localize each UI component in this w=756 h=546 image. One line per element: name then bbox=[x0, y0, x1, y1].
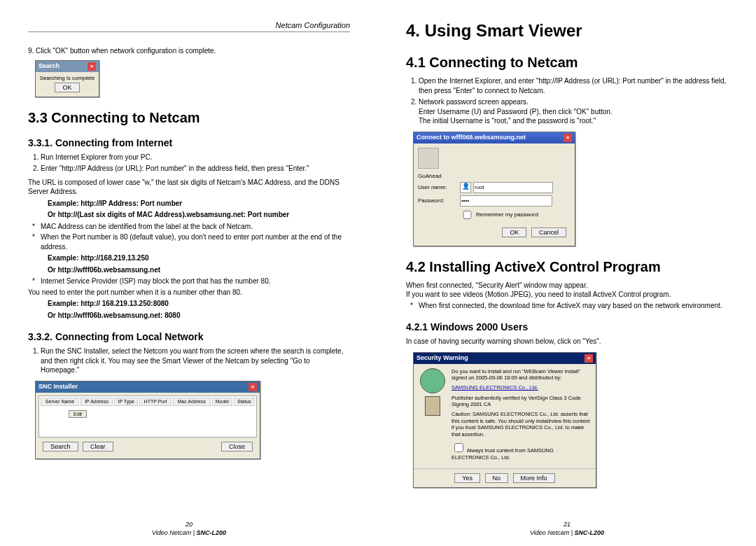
globe-icon bbox=[420, 368, 445, 393]
close-icon[interactable]: × bbox=[248, 383, 257, 391]
close-icon[interactable]: × bbox=[584, 354, 593, 363]
password-input[interactable] bbox=[460, 195, 552, 206]
activex-bullet: *When first connected, the download time… bbox=[410, 301, 728, 311]
example-2a: Example: http://168.219.13.250 bbox=[48, 253, 350, 263]
section-4-2-1: 4.2.1 Windows 2000 Users bbox=[406, 321, 728, 332]
footer-left: 20 Video Netcam | SNC-L200 bbox=[28, 521, 350, 536]
close-icon[interactable]: × bbox=[564, 134, 572, 142]
close-icon[interactable]: × bbox=[88, 62, 96, 71]
search-dialog: Search × Searching is complete OK bbox=[35, 60, 99, 97]
step-9: 9. Click "OK" button when network config… bbox=[28, 46, 350, 56]
port-other: You need to enter the port number when i… bbox=[28, 288, 350, 298]
list-item: Network password screen appears. Enter U… bbox=[419, 97, 728, 126]
search-dialog-title-text: Search bbox=[38, 62, 59, 71]
page-right: 4. Using Smart Viewer 4.1 Connecting to … bbox=[378, 0, 756, 546]
snc-close-button[interactable]: Close bbox=[221, 442, 253, 451]
activex-p2: If you want to see videos (Motion JPEG),… bbox=[406, 290, 728, 300]
col-iptype: IP Type bbox=[114, 398, 138, 406]
footer-right: 21 Video Netcam | SNC-L200 bbox=[406, 521, 728, 536]
username-label: User name: bbox=[418, 184, 460, 190]
example-2b: Or http://wfff06b.websamsung.net bbox=[48, 265, 350, 275]
section-3-3-2: 3.3.2. Connecting from Local Network bbox=[28, 331, 350, 342]
list-item: Run the SNC Installer, select the Netcom… bbox=[41, 346, 350, 375]
always-trust-checkbox[interactable] bbox=[454, 443, 463, 452]
section-3-3-1: 3.3.1. Connecting from Internet bbox=[28, 137, 350, 148]
login-title: Connect to wfff068.websamsung.net × bbox=[414, 132, 575, 144]
page-left: Netcam Configuration 9. Click "OK" butto… bbox=[0, 0, 378, 546]
section-4-1: 4.1 Connecting to Netcam bbox=[406, 55, 728, 71]
col-model: Model bbox=[212, 398, 232, 406]
col-port: HTTP Port bbox=[139, 398, 171, 406]
search-dialog-msg: Searching is complete bbox=[38, 75, 96, 81]
snc-clear-button[interactable]: Clear bbox=[83, 442, 113, 451]
win2k-note: In case of having security warning shown… bbox=[406, 337, 728, 346]
remember-label: Remember my password bbox=[476, 211, 538, 218]
list-item: Enter "http://IP Address (or URL): Port … bbox=[41, 164, 350, 174]
search-dialog-body: Searching is complete OK bbox=[36, 72, 99, 97]
security-warning-dialog: Security Warning × Do you want to instal… bbox=[413, 352, 596, 489]
login-dialog: Connect to wfff068.websamsung.net × GoAh… bbox=[413, 132, 575, 246]
connect-steps: Open the Internet Explorer, and enter "h… bbox=[406, 76, 728, 126]
col-mac: Mac Address bbox=[173, 398, 211, 406]
page-number: 21 bbox=[406, 521, 728, 528]
remember-checkbox[interactable] bbox=[463, 211, 472, 219]
snc-title: SNC Installer × bbox=[36, 382, 260, 393]
example-1b: Or http://(Last six digits of MAC Addres… bbox=[48, 210, 350, 220]
col-status: Status bbox=[234, 398, 255, 406]
bullet-port80: *When the Port number is 80 (default val… bbox=[32, 232, 350, 251]
page-header: Netcam Configuration bbox=[28, 21, 350, 32]
lock-icon bbox=[425, 396, 440, 416]
username-input[interactable] bbox=[473, 182, 553, 193]
password-label: Password: bbox=[418, 197, 460, 204]
bullet-isp: *Internet Service Provider (ISP) may blo… bbox=[32, 276, 350, 286]
sec-title-text: Security Warning bbox=[416, 354, 468, 363]
keys-icon bbox=[418, 148, 439, 169]
snc-search-button[interactable]: Search bbox=[43, 442, 78, 451]
section-3-3: 3.3 Connecting to Netcam bbox=[28, 110, 350, 126]
bullet-mac: *MAC Address can be identified from the … bbox=[32, 222, 350, 232]
search-ok-button[interactable]: OK bbox=[55, 83, 79, 92]
snc-installer-dialog: SNC Installer × Server Name IP Address I… bbox=[35, 381, 260, 459]
chapter-4: 4. Using Smart Viewer bbox=[406, 21, 728, 41]
internet-steps: Run Internet Explorer from your PC. Ente… bbox=[28, 153, 350, 174]
sec-moreinfo-button[interactable]: More Info bbox=[513, 473, 555, 483]
col-server: Server Name bbox=[41, 398, 79, 406]
snc-table: Server Name IP Address IP Type HTTP Port… bbox=[38, 396, 257, 438]
local-steps: Run the SNC Installer, select the Netcom… bbox=[28, 346, 350, 375]
snc-title-text: SNC Installer bbox=[38, 383, 78, 391]
list-item: Run Internet Explorer from your PC. bbox=[41, 153, 350, 162]
login-ok-button[interactable]: OK bbox=[502, 227, 526, 237]
activex-p1: When first connected, "Security Alert" w… bbox=[406, 281, 728, 290]
realm-label: GoAhead bbox=[418, 173, 570, 179]
context-menu-edit[interactable]: Edit bbox=[69, 410, 87, 418]
sec-yes-button[interactable]: Yes bbox=[454, 473, 480, 483]
url-note: The URL is composed of lower case "w," t… bbox=[28, 178, 350, 197]
login-cancel-button[interactable]: Cancel bbox=[531, 227, 566, 237]
example-3a: Example: http:// 168.219.13.250:8080 bbox=[48, 299, 350, 309]
user-icon: 👤 bbox=[460, 182, 471, 193]
sec-text: Do you want to install and run "WEBcam V… bbox=[451, 368, 592, 465]
example-3b: Or http://wfff06b.websamsung.net: 8080 bbox=[48, 311, 350, 321]
page-number: 20 bbox=[28, 521, 350, 528]
security-icon bbox=[418, 368, 447, 465]
section-4-2: 4.2 Installing ActiveX Control Program bbox=[406, 259, 728, 275]
sec-no-button[interactable]: No bbox=[485, 473, 509, 483]
col-ip: IP Address bbox=[80, 398, 113, 406]
search-dialog-title: Search × bbox=[36, 61, 99, 72]
sec-title: Security Warning × bbox=[414, 353, 596, 364]
login-title-text: Connect to wfff068.websamsung.net bbox=[416, 134, 526, 142]
example-1a: Example: http://IP Address: Port number bbox=[48, 199, 350, 209]
list-item: Open the Internet Explorer, and enter "h… bbox=[419, 76, 728, 95]
